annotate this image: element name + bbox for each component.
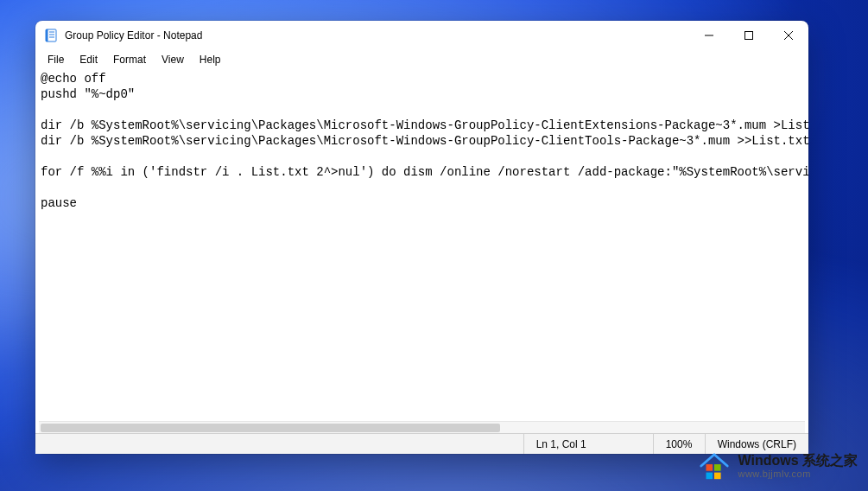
menubar: File Edit Format View Help — [35, 50, 808, 69]
horizontal-scrollbar[interactable] — [39, 421, 805, 433]
watermark: Windows 系统之家 www.bjjmlv.com — [698, 450, 858, 482]
svg-rect-1 — [46, 29, 48, 41]
minimize-button[interactable] — [689, 21, 729, 50]
close-button[interactable] — [769, 21, 808, 50]
titlebar[interactable]: Group Policy Editor - Notepad — [35, 21, 808, 50]
statusbar: Ln 1, Col 1 100% Windows (CRLF) — [35, 433, 808, 454]
statusbar-spacer — [35, 434, 523, 454]
menu-format[interactable]: Format — [106, 52, 153, 67]
maximize-button[interactable] — [729, 21, 769, 50]
status-cursor-position: Ln 1, Col 1 — [523, 434, 653, 454]
menu-help[interactable]: Help — [193, 52, 228, 67]
watermark-brand: Windows 系统之家 — [738, 453, 858, 469]
svg-rect-12 — [714, 473, 721, 480]
titlebar-left: Group Policy Editor - Notepad — [44, 29, 202, 42]
menu-file[interactable]: File — [41, 52, 71, 67]
window-controls — [689, 21, 808, 50]
window-title: Group Policy Editor - Notepad — [65, 29, 202, 41]
svg-rect-11 — [706, 473, 713, 480]
watermark-url: www.bjjmlv.com — [738, 469, 858, 479]
menu-view[interactable]: View — [155, 52, 191, 67]
svg-rect-9 — [706, 464, 713, 471]
editor-area: @echo off pushd "%~dp0" dir /b %SystemRo… — [35, 69, 808, 433]
notepad-window: Group Policy Editor - Notepad File Edit … — [35, 21, 808, 454]
watermark-logo-icon — [698, 450, 731, 482]
notepad-icon — [44, 29, 58, 42]
scrollbar-thumb[interactable] — [41, 424, 500, 432]
text-editor[interactable]: @echo off pushd "%~dp0" dir /b %SystemRo… — [35, 69, 808, 421]
svg-rect-10 — [714, 464, 721, 471]
menu-edit[interactable]: Edit — [73, 52, 105, 67]
watermark-text: Windows 系统之家 www.bjjmlv.com — [738, 453, 858, 479]
status-zoom: 100% — [653, 434, 705, 454]
svg-rect-6 — [745, 32, 753, 40]
